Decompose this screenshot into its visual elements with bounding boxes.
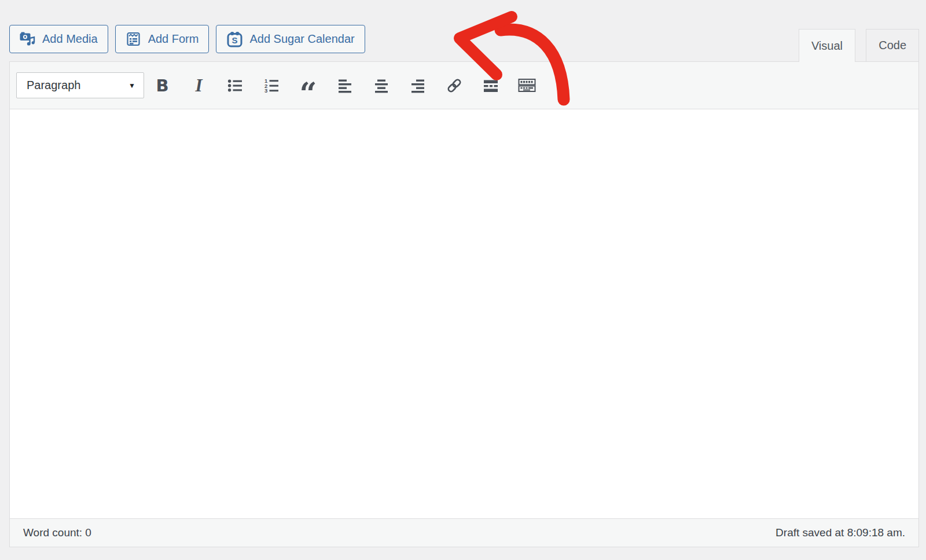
italic-button[interactable]: I (181, 62, 217, 109)
editor-frame: Paragraph ▼ B I (9, 61, 919, 547)
align-left-button[interactable] (326, 62, 363, 109)
tab-visual[interactable]: Visual (799, 29, 855, 62)
sugar-calendar-letter: S (232, 35, 238, 45)
media-icon (20, 31, 35, 47)
insert-link-button[interactable] (436, 62, 472, 109)
align-right-icon (410, 78, 425, 93)
tab-code-label: Code (879, 39, 906, 52)
toolbar-toggle-button[interactable] (509, 62, 545, 109)
bullet-list-button[interactable] (217, 62, 253, 109)
bold-button[interactable]: B (144, 62, 181, 109)
chevron-down-icon: ▼ (128, 82, 135, 90)
wordpress-classic-editor: Add Media Add Form S Add Sugar Calendar (0, 0, 926, 560)
add-media-button[interactable]: Add Media (9, 25, 108, 53)
align-left-icon (337, 78, 352, 93)
numbered-list-icon: 1 2 3 (264, 78, 280, 93)
sugar-calendar-icon: S (226, 31, 242, 47)
add-media-label: Add Media (42, 32, 98, 46)
add-sugar-calendar-label: Add Sugar Calendar (249, 32, 354, 46)
read-more-button[interactable] (472, 62, 509, 109)
link-icon (446, 77, 463, 94)
blockquote-button[interactable]: “ (290, 62, 326, 109)
toolbar-buttons: B I 1 (144, 62, 545, 109)
read-more-icon (483, 78, 499, 94)
italic-icon: I (195, 75, 202, 96)
numbered-list-button[interactable]: 1 2 3 (253, 62, 290, 109)
tab-visual-label: Visual (811, 39, 843, 53)
add-sugar-calendar-button[interactable]: S Add Sugar Calendar (216, 25, 365, 53)
align-center-icon (374, 78, 389, 93)
paragraph-format-value: Paragraph (27, 79, 80, 92)
editor-status-bar: Word count: 0 Draft saved at 8:09:18 am. (10, 518, 918, 547)
bold-icon: B (156, 76, 168, 95)
editor-content-area[interactable] (10, 109, 918, 518)
formatting-toolbar: Paragraph ▼ B I (10, 62, 918, 109)
align-center-button[interactable] (363, 62, 399, 109)
bullet-list-icon (227, 78, 243, 93)
form-icon (126, 31, 141, 47)
draft-saved-status: Draft saved at 8:09:18 am. (776, 526, 905, 539)
align-right-button[interactable] (399, 62, 436, 109)
svg-text:3: 3 (264, 87, 267, 93)
paragraph-format-dropdown[interactable]: Paragraph ▼ (16, 72, 144, 98)
word-count: Word count: 0 (23, 526, 91, 539)
add-form-label: Add Form (148, 32, 199, 46)
tab-code[interactable]: Code (866, 29, 919, 62)
media-buttons-row: Add Media Add Form S Add Sugar Calendar (9, 25, 365, 53)
add-form-button[interactable]: Add Form (115, 25, 210, 53)
keyboard-icon (518, 78, 536, 93)
